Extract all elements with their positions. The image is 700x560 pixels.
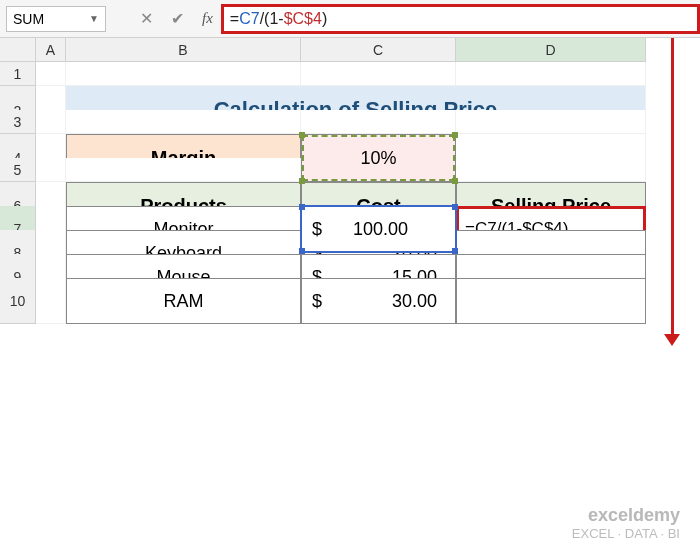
formula-eq: = xyxy=(230,10,239,28)
col-head-c[interactable]: C xyxy=(301,38,456,62)
col-head-b[interactable]: B xyxy=(66,38,301,62)
row-head-1[interactable]: 1 xyxy=(0,62,36,86)
spreadsheet-grid[interactable]: A B C D 1 2 Calculation of Selling Price… xyxy=(0,38,700,302)
formula-bar-buttons: ✕ ✔ xyxy=(140,9,184,28)
formula-ref1: C7 xyxy=(239,10,259,28)
selling-3[interactable] xyxy=(456,278,646,324)
fx-icon[interactable]: fx xyxy=(202,10,213,27)
cost-0-value: 100.00 xyxy=(353,219,408,240)
cost-0[interactable]: $ 100.00 xyxy=(301,206,456,252)
cell-a10[interactable] xyxy=(36,278,66,324)
row-head-5[interactable]: 5 xyxy=(0,158,36,182)
select-all-corner[interactable] xyxy=(0,38,36,62)
watermark-brand: exceldemy xyxy=(572,505,680,527)
formula-input[interactable]: =C7/(1-$C$4) xyxy=(221,4,700,34)
cost-3[interactable]: $ 30.00 xyxy=(301,278,456,324)
chevron-down-icon[interactable]: ▼ xyxy=(89,13,99,24)
cell-b3[interactable] xyxy=(66,110,301,134)
cell-b1[interactable] xyxy=(66,62,301,86)
formula-bar-row: SUM ▼ ✕ ✔ fx =C7/(1-$C$4) xyxy=(0,0,700,38)
formula-mid: /(1- xyxy=(260,10,284,28)
cancel-icon[interactable]: ✕ xyxy=(140,9,153,28)
row-head-3[interactable]: 3 xyxy=(0,110,36,134)
cell-a3[interactable] xyxy=(36,110,66,134)
cell-d1[interactable] xyxy=(456,62,646,86)
formula-suffix: ) xyxy=(322,10,327,28)
col-head-d[interactable]: D xyxy=(456,38,646,62)
margin-value-cell[interactable]: 10% xyxy=(301,134,456,182)
currency-symbol: $ xyxy=(312,291,324,312)
cell-b5[interactable] xyxy=(66,158,301,182)
cell-c1[interactable] xyxy=(301,62,456,86)
watermark: exceldemy EXCEL · DATA · BI xyxy=(572,505,680,542)
formula-ref2: $C$4 xyxy=(284,10,322,28)
cost-3-value: 30.00 xyxy=(392,291,437,312)
currency-symbol: $ xyxy=(312,219,324,240)
annotation-arrow-head xyxy=(664,334,680,346)
cell-a1[interactable] xyxy=(36,62,66,86)
row-head-10[interactable]: 10 xyxy=(0,278,36,324)
product-3[interactable]: RAM xyxy=(66,278,301,324)
cell-d3[interactable] xyxy=(456,110,646,134)
cell-c3[interactable] xyxy=(301,110,456,134)
name-box[interactable]: SUM ▼ xyxy=(6,6,106,32)
watermark-tagline: EXCEL · DATA · BI xyxy=(572,526,680,542)
confirm-icon[interactable]: ✔ xyxy=(171,9,184,28)
name-box-value: SUM xyxy=(13,11,44,27)
cell-a5[interactable] xyxy=(36,158,66,182)
col-head-a[interactable]: A xyxy=(36,38,66,62)
cell-d5[interactable] xyxy=(456,158,646,182)
margin-value: 10% xyxy=(360,148,396,169)
